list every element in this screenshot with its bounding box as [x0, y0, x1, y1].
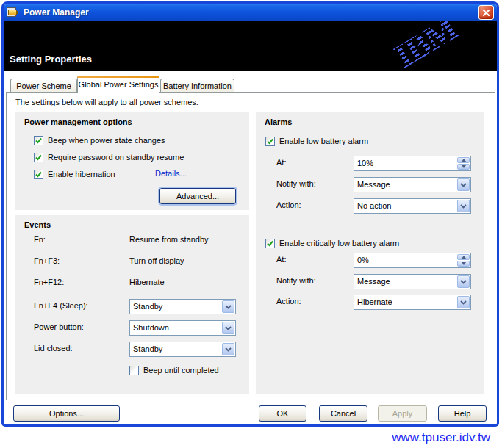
panel-heading: Events [24, 220, 51, 229]
beep-until-completed-row: Beep until completed [129, 364, 219, 376]
notify-with-label: Notify with: [276, 179, 316, 188]
selected-value: Message [357, 180, 390, 189]
notify-with-label: Notify with: [276, 276, 316, 285]
critical-alarm-at-input[interactable]: 0% [354, 253, 471, 268]
event-label: Fn+F3: [34, 256, 60, 265]
events-panel: Events Fn: Resume from standby Fn+F3: Tu… [15, 215, 249, 394]
tab-battery-information[interactable]: Battery Information [160, 79, 234, 92]
at-label: At: [276, 158, 286, 167]
titlebar[interactable]: Power Manager [4, 4, 497, 21]
banner: Setting Properties IBM [4, 21, 497, 71]
spin-down-icon[interactable] [457, 261, 470, 267]
power-management-options-panel: Power management options Beep when power… [15, 112, 249, 210]
chevron-down-icon[interactable] [457, 178, 470, 191]
window-title: Power Manager [24, 7, 89, 18]
spinner-buttons [457, 254, 470, 267]
critical-alarm-notify-select[interactable]: Message [354, 274, 471, 289]
checkbox-label: Enable hibernation [48, 170, 115, 178]
spin-value: 0% [357, 256, 369, 264]
alarms-panel: Alarms Enable low battery alarm At: 10% … [256, 112, 484, 394]
require-password-checkbox[interactable] [34, 153, 43, 162]
advanced-button[interactable]: Advanced... [159, 188, 236, 204]
beep-power-state-row: Beep when power state changes [34, 134, 165, 146]
at-label: At: [276, 255, 286, 264]
event-value: Resume from standby [129, 235, 209, 244]
selected-value: Shutdown [133, 323, 169, 332]
help-button[interactable]: Help [438, 405, 487, 422]
ok-button[interactable]: OK [259, 405, 306, 422]
action-label: Action: [276, 297, 301, 306]
selected-value: Standby [133, 302, 162, 311]
intro-text: The settings below will apply to all pow… [15, 98, 198, 106]
spinner-buttons [457, 157, 470, 170]
enable-hibernation-checkbox[interactable] [34, 170, 43, 179]
event-value: Hibernate [129, 278, 165, 286]
power-manager-window: Power Manager Setting Properties IBM Pow… [1, 1, 499, 427]
chevron-down-icon[interactable] [457, 296, 470, 308]
lid-closed-select[interactable]: Standby [129, 342, 236, 357]
tab-label: Battery Information [163, 82, 232, 90]
enable-critical-battery-alarm-checkbox[interactable] [265, 239, 275, 248]
critical-alarm-action-select[interactable]: Hibernate [354, 295, 471, 310]
battery-app-icon [7, 7, 19, 18]
fn-f4-sleep-select[interactable]: Standby [129, 299, 236, 314]
event-value: Turn off display [129, 256, 184, 265]
tab-label: Power Scheme [16, 82, 71, 90]
event-label: Power button: [34, 322, 84, 331]
options-button[interactable]: Options... [13, 405, 120, 422]
low-alarm-at-input[interactable]: 10% [354, 156, 471, 171]
panel-heading: Alarms [265, 118, 292, 126]
spin-down-icon[interactable] [457, 164, 470, 170]
selected-value: Hibernate [357, 297, 392, 306]
watermark-text: www.tpuser.idv.tw [392, 430, 490, 445]
critical-battery-alarm-row: Enable critically low battery alarm [265, 237, 399, 249]
apply-button: Apply [378, 405, 427, 422]
event-label: Lid closed: [34, 344, 73, 353]
page: Power Manager Setting Properties IBM Pow… [0, 0, 502, 448]
chevron-down-icon[interactable] [457, 200, 470, 212]
checkbox-label: Beep until completed [143, 366, 219, 375]
checkbox-label: Beep when power state changes [48, 136, 165, 145]
banner-title: Setting Properties [10, 54, 92, 65]
chevron-down-icon[interactable] [222, 343, 234, 355]
ibm-logo: IBM [390, 21, 463, 71]
beep-until-completed-checkbox[interactable] [129, 366, 139, 375]
close-icon[interactable] [478, 5, 494, 20]
cancel-button[interactable]: Cancel [319, 405, 367, 422]
tab-power-scheme[interactable]: Power Scheme [10, 79, 77, 92]
low-alarm-notify-select[interactable]: Message [354, 177, 471, 192]
low-alarm-action-select[interactable]: No action [354, 198, 471, 214]
chevron-down-icon[interactable] [222, 300, 234, 313]
event-label: Fn+F12: [34, 278, 64, 286]
selected-value: Standby [133, 344, 162, 353]
spin-up-icon[interactable] [457, 254, 470, 260]
details-link[interactable]: Details... [155, 169, 187, 178]
spin-value: 10% [357, 159, 373, 167]
tab-label: Global Power Settings [79, 80, 159, 89]
tab-global-power-settings[interactable]: Global Power Settings [77, 76, 159, 93]
event-label: Fn+F4 (Sleep): [34, 301, 88, 310]
chevron-down-icon[interactable] [222, 322, 234, 334]
enable-low-battery-alarm-checkbox[interactable] [265, 137, 275, 146]
checkbox-label: Enable critically low battery alarm [279, 239, 399, 248]
power-button-select[interactable]: Shutdown [129, 320, 236, 336]
require-password-row: Require password on standby resume [34, 151, 184, 163]
tab-content-pane: The settings below will apply to all pow… [6, 92, 495, 400]
action-label: Action: [276, 200, 301, 209]
spin-up-icon[interactable] [457, 157, 470, 163]
enable-hibernation-row: Enable hibernation [34, 168, 115, 180]
active-tab-accent [77, 76, 159, 78]
beep-power-state-checkbox[interactable] [34, 136, 43, 145]
low-battery-alarm-row: Enable low battery alarm [265, 135, 368, 147]
event-label: Fn: [34, 235, 46, 244]
panel-heading: Power management options [24, 118, 132, 126]
chevron-down-icon[interactable] [457, 275, 470, 288]
selected-value: No action [357, 201, 391, 210]
checkbox-label: Enable low battery alarm [279, 137, 368, 145]
selected-value: Message [357, 277, 390, 286]
checkbox-label: Require password on standby resume [48, 153, 184, 162]
